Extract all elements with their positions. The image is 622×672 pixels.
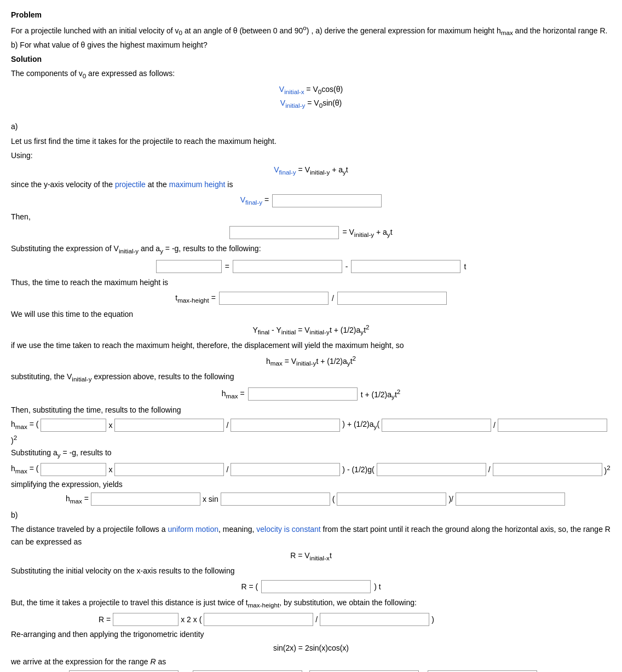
vfinal-input[interactable] <box>272 194 382 207</box>
vinitial-y-equation: Vinitial-y = V0sin(θ) <box>11 99 611 109</box>
hmax-row1-label: hmax = ( <box>11 420 38 430</box>
hmax-eq1: hmax = Vinitial-yt + (1/2)ayt2 <box>11 355 611 367</box>
part-b-section: b) The distance traveled by a projectile… <box>11 509 611 672</box>
R-close: ) <box>431 615 434 624</box>
hmax-eq2-row: hmax = t + (1/2)ayt2 <box>11 387 611 401</box>
part-a-using: Using: <box>11 149 611 161</box>
then-input[interactable] <box>229 226 339 239</box>
we-arrive-text: we arrive at the expression for the rang… <box>11 656 611 668</box>
tmax-input[interactable] <box>219 292 329 305</box>
thus-text: Thus, the time to reach the maximum heig… <box>11 276 611 288</box>
R-eq2-row: R = ( ) t <box>11 580 611 593</box>
substituting-text: substituting, the Vinitial-y expression … <box>11 370 611 384</box>
then-eq-rhs: = Vinitial-y + ayt <box>342 228 392 238</box>
tmax-input2[interactable] <box>337 292 447 305</box>
subst-input3[interactable] <box>351 260 460 273</box>
subst-initial-text: Substituting the initial velocity on the… <box>11 565 611 577</box>
yfinal-eq-text: Yfinal - Yinitial = Vinitial-yt + (1/2)a… <box>252 323 369 335</box>
yfinal-equation: Yfinal - Yinitial = Vinitial-yt + (1/2)a… <box>11 323 611 335</box>
solution-text: The components of v0 are expressed as fo… <box>11 67 611 81</box>
part-a-label: a) <box>11 120 611 132</box>
then-equation-row: = Vinitial-y + ayt <box>11 226 611 239</box>
hmax-row3-label: hmax = <box>66 494 89 505</box>
but-text: But, the time it takes a projectile to t… <box>11 596 611 610</box>
vfinal-equation: Vfinal-y = Vinitial-y + ayt <box>11 165 611 176</box>
R-final-row: R = sin ( )/ <box>11 670 611 672</box>
R-final-input2[interactable] <box>193 670 302 672</box>
hmax-t-plus: t + (1/2)ayt2 <box>361 388 401 400</box>
hmax-row1-input3[interactable] <box>231 419 340 432</box>
problem-text: For a projectile lunched with an initial… <box>11 23 611 51</box>
R-final-input1[interactable] <box>69 670 178 672</box>
hmax-row3-input4[interactable] <box>456 493 565 506</box>
subst-equation-row: = - t <box>11 260 611 273</box>
hmax-row3-open: ( <box>332 495 335 503</box>
t-var: t <box>464 262 466 271</box>
vinitial-x-equation: Vinitial-x = V0cos(θ) <box>11 85 611 95</box>
subst-input2[interactable] <box>233 260 342 273</box>
hmax-row2-input2[interactable] <box>114 463 224 476</box>
hmax-row1-sq: )2 <box>11 434 17 445</box>
hmax-row1-slash2: / <box>493 421 496 430</box>
subst-input1[interactable] <box>156 260 222 273</box>
hmax-row3-input3[interactable] <box>337 493 446 506</box>
hmax-row2-slash2: / <box>488 465 491 474</box>
subst-ay-text: Substituting ay = -g, results to <box>11 447 611 460</box>
R-x2-sign: x 2 x ( <box>181 615 201 624</box>
R-input1[interactable] <box>261 580 371 593</box>
slash: / <box>332 294 334 303</box>
hmax-row2-label: hmax = ( <box>11 464 38 474</box>
hmax-row3-input1[interactable] <box>91 493 200 506</box>
R-equation: R = Vinitial-xt <box>11 551 611 561</box>
hmax-row1-input2[interactable] <box>114 419 224 432</box>
R-eq-text: R = Vinitial-xt <box>290 551 332 561</box>
hmax-row3: hmax = x sin ( )/ <box>11 493 611 506</box>
R-input3[interactable] <box>204 613 313 626</box>
vfinal-input-row: Vfinal-y = <box>11 194 611 207</box>
hmax-row2-rhs: ) - (1/2)g( <box>342 465 374 474</box>
R-input2[interactable] <box>113 613 178 626</box>
hmax-row2: hmax = ( x / ) - (1/2)g( / )2 <box>11 463 611 476</box>
hmax-row2-x: x <box>108 465 112 474</box>
R-slash: / <box>315 615 318 624</box>
R-input4[interactable] <box>320 613 429 626</box>
then-subst-text: Then, substituting the time, results to … <box>11 404 611 416</box>
R-final-input4[interactable] <box>428 670 537 672</box>
part-a-text1: Let us first find the time it takes for … <box>11 135 611 147</box>
vfinal-eq-text: Vfinal-y = Vinitial-y + ayt <box>274 165 348 176</box>
we-will-text: We will use this time to the equation <box>11 308 611 320</box>
if-text: if we use the time taken to reach the ma… <box>11 339 611 351</box>
hmax-row2-input5[interactable] <box>493 463 602 476</box>
hmax-row2-input3[interactable] <box>231 463 340 476</box>
solution-label: Solution <box>11 55 42 63</box>
sin2x-eq-text: sin(2x) = 2sin(x)cos(x) <box>273 644 349 652</box>
problem-section: Problem For a projectile lunched with an… <box>11 9 611 82</box>
hmax-row2-input4[interactable] <box>377 463 486 476</box>
part-a-section: a) Let us first find the time it takes f… <box>11 120 611 506</box>
then-text: Then, <box>11 211 611 223</box>
R-final-input3[interactable] <box>309 670 419 672</box>
part-b-label: b) <box>11 509 611 521</box>
hmax-eq2-label: hmax = <box>222 389 245 399</box>
hmax-input1[interactable] <box>248 387 358 401</box>
R-eq2-label: R = ( <box>241 582 258 591</box>
hmax-row3-close: )/ <box>448 495 453 503</box>
R-eq3-label: R = <box>99 615 111 624</box>
sin2x-equation: sin(2x) = 2sin(x)cos(x) <box>11 644 611 652</box>
vinitialy-label: Vinitial-y = V0sin(θ) <box>280 99 342 109</box>
vinitialx-label: Vinitial-x = V0cos(θ) <box>279 85 343 95</box>
hmax-row1-input1[interactable] <box>41 419 106 432</box>
vfinal-label: Vfinal-y = <box>240 195 269 206</box>
subst-text: Substituting the expression of Vinitial-… <box>11 242 611 256</box>
hmax-row1-input4[interactable] <box>382 419 491 432</box>
hmax-row1-input5[interactable] <box>498 419 607 432</box>
hmax-row2-input1[interactable] <box>41 463 106 476</box>
hmax-row1-x: x <box>108 421 112 430</box>
hmax-row2-sq: )2 <box>604 464 611 475</box>
hmax-row1-slash1: / <box>226 421 228 430</box>
hmax-row3-input2[interactable] <box>221 493 330 506</box>
since-text: since the y-axis velocity of the project… <box>11 178 611 190</box>
R-eq3-row: R = x 2 x ( / ) <box>11 613 611 626</box>
hmax-eq1-text: hmax = Vinitial-yt + (1/2)ayt2 <box>266 355 356 367</box>
hmax-row1: hmax = ( x / ) + (1/2)ay( / )2 <box>11 419 611 445</box>
